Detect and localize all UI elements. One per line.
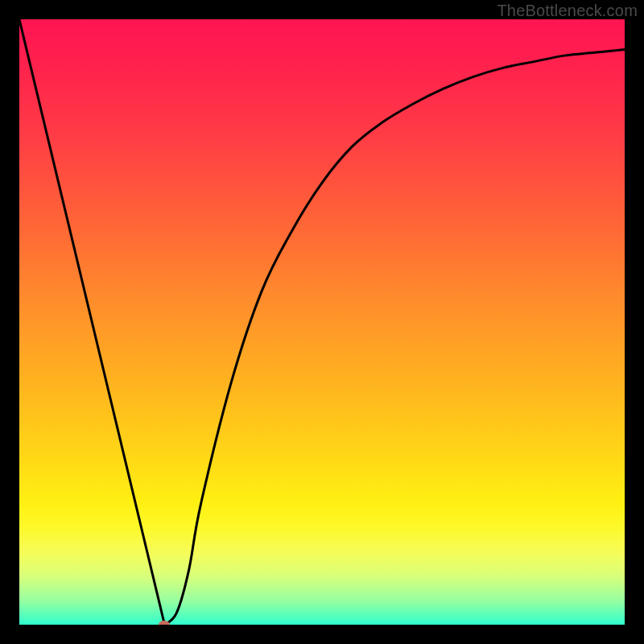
bottleneck-curve [19, 19, 625, 625]
curve-svg [19, 19, 625, 625]
chart-frame: TheBottleneck.com [0, 0, 644, 644]
plot-area [19, 19, 625, 625]
bottleneck-marker [159, 621, 170, 625]
watermark-text: TheBottleneck.com [497, 2, 638, 20]
